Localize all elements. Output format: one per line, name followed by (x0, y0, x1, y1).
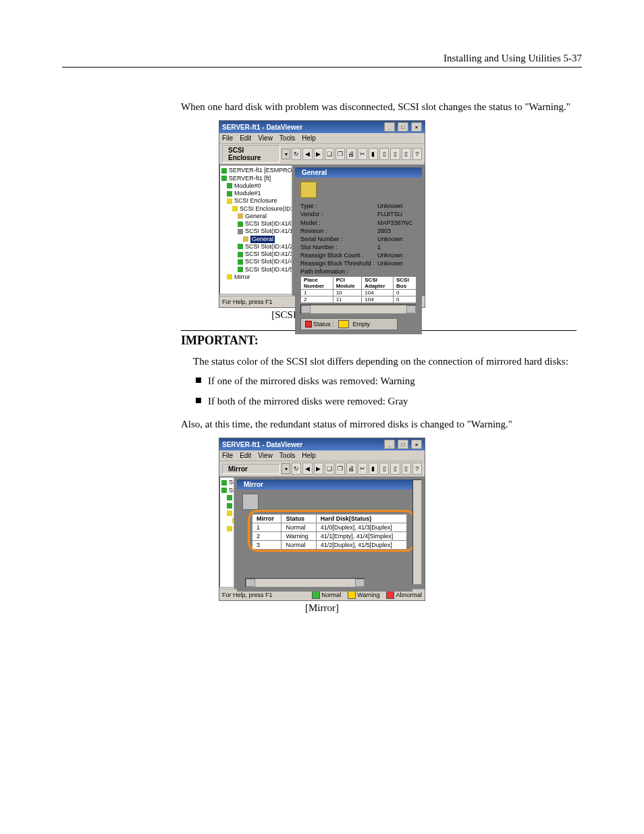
toolbar: Mirror ▾ ↻ ◀ ▶ ❏ ❐ 🖨 ✂ ▮ ▯ ▯ ▯ ? (219, 461, 425, 477)
general-icon (243, 236, 248, 242)
toolbar-button[interactable]: ▮ (369, 148, 378, 160)
model-label: Model : (300, 219, 375, 227)
disk-icon (300, 182, 317, 198)
scsi-slot-icon (238, 259, 243, 265)
menu-tools[interactable]: Tools (279, 134, 295, 142)
menu-file[interactable]: File (222, 134, 233, 142)
scsi-slot-icon (238, 244, 243, 249)
toolbar-button[interactable]: ▮ (369, 463, 378, 475)
module-icon (227, 191, 232, 197)
toolbar-button[interactable]: ❐ (336, 148, 345, 160)
module-icon (227, 503, 232, 509)
toolbar-button[interactable]: ❏ (325, 463, 334, 475)
type-label: Type : (300, 202, 375, 210)
menu-help[interactable]: Help (302, 134, 316, 142)
menu-edit[interactable]: Edit (240, 452, 251, 459)
panel-title: Mirror (244, 481, 263, 488)
toolbar-button[interactable]: ❐ (336, 463, 345, 475)
mirror-table: Mirror Status Hard Disk(Status) 1 Normal… (252, 514, 407, 550)
menu-view[interactable]: View (258, 134, 273, 142)
scsi-slot-icon (238, 229, 243, 234)
toolbar-button[interactable]: ▯ (402, 463, 411, 475)
server-icon (221, 168, 227, 174)
toolbar-button[interactable]: ▯ (379, 148, 389, 160)
legend-warning-swatch (348, 591, 356, 599)
toolbar: SCSI Enclosure ▾ ↻ ◀ ▶ ❏ ❐ 🖨 ✂ ▮ ▯ ▯ ▯ ? (219, 144, 425, 165)
revision-label: Revision : (300, 227, 375, 235)
toolbar-button[interactable]: 🖨 (346, 148, 356, 160)
toolbar-button[interactable]: ◀ (302, 463, 312, 475)
reassign-threshold-label: Reassign Block Threshold : (300, 259, 375, 267)
slotnumber-label: Slot Number : (300, 243, 375, 251)
toolbar-button[interactable]: ❏ (325, 148, 334, 160)
menu-view[interactable]: View (258, 452, 273, 459)
help-text: For Help, press F1 (222, 298, 273, 305)
close-button[interactable]: × (411, 440, 422, 449)
toolbar-button[interactable]: ▯ (379, 463, 389, 475)
page-header: Installing and Using Utilities 5-37 (62, 53, 582, 68)
status-icon (305, 321, 312, 328)
maximize-button[interactable]: □ (398, 122, 408, 132)
table-row[interactable]: 2 11 104 0 (301, 296, 417, 303)
menu-file[interactable]: File (222, 452, 233, 459)
toolbar-button[interactable]: ▯ (390, 148, 400, 160)
toolbar-button[interactable]: ↻ (292, 463, 301, 475)
scsi-enclosure-icon (227, 199, 232, 204)
scsi-slot-icon (238, 267, 243, 272)
menu-edit[interactable]: Edit (240, 134, 251, 142)
menu-help[interactable]: Help (302, 452, 316, 459)
status-value: Empty (353, 321, 371, 328)
menu-tools[interactable]: Tools (279, 452, 295, 459)
path-info-label: Path Information : (300, 267, 375, 276)
horizontal-scrollbar[interactable] (245, 578, 365, 588)
status-box: Status : Empty (300, 318, 398, 330)
panel-header: General (295, 167, 422, 178)
server-icon (221, 488, 227, 493)
breadcrumb[interactable]: SCSI Enclosure (222, 145, 280, 163)
toolbar-button[interactable]: ✂ (358, 463, 367, 475)
dropdown-icon[interactable]: ▾ (281, 463, 290, 474)
table-row[interactable]: 3 Normal 41/2[Duplex], 41/5[Duplex] (252, 541, 407, 550)
horizontal-scrollbar[interactable] (300, 305, 417, 314)
toolbar-button[interactable]: ▯ (402, 148, 411, 160)
status-swatch (338, 320, 349, 328)
reassign-count-value: Unknown (377, 251, 403, 259)
toolbar-button[interactable]: ▶ (314, 148, 323, 160)
serial-label: Serial Number : (300, 235, 375, 243)
model-value: MAP3367NC (377, 219, 413, 227)
table-row[interactable]: 1 Normal 41/0[Duplex], 41/3[Duplex] (252, 523, 407, 532)
vertical-scrollbar[interactable] (412, 479, 422, 585)
tree-selected-item[interactable]: General (250, 236, 275, 243)
status-label: Status : (313, 321, 334, 328)
help-text: For Help, press F1 (222, 592, 273, 598)
toolbar-button[interactable]: ↻ (292, 148, 301, 160)
minimize-button[interactable]: _ (384, 440, 395, 449)
legend-normal-swatch (312, 591, 320, 599)
reassign-threshold-value: Unknown (377, 259, 403, 267)
screenshot-scsi-slot-general: SERVER-ft1 - DataViewer _ □ × File Edit … (219, 120, 425, 308)
table-row[interactable]: 2 Warning 41/1[Empty], 41/4[Simplex] (252, 532, 407, 541)
maximize-button[interactable]: □ (398, 440, 408, 449)
breadcrumb[interactable]: Mirror (222, 464, 280, 474)
toolbar-button[interactable]: ◀ (302, 148, 312, 160)
table-row[interactable]: 1 10 104 0 (301, 289, 417, 296)
window-titlebar: SERVER-ft1 - DataViewer _ □ × (219, 438, 425, 450)
toolbar-button[interactable]: ▯ (390, 463, 400, 475)
intro-paragraph: When one hard disk with problem was disc… (181, 100, 576, 113)
close-button[interactable]: × (411, 122, 422, 132)
window-title: SERVER-ft1 - DataViewer (222, 441, 302, 448)
legend-abnormal-swatch (386, 591, 394, 599)
tree-view[interactable]: SERVER-ft1 [ESMPRO] SERVER-ft1 [ft] Modu… (219, 477, 234, 588)
window-title: SERVER-ft1 - DataViewer (222, 124, 302, 131)
help-icon[interactable]: ? (412, 463, 422, 475)
help-icon[interactable]: ? (412, 148, 422, 160)
toolbar-button[interactable]: 🖨 (346, 463, 356, 475)
server-icon (221, 480, 227, 486)
toolbar-button[interactable]: ▶ (314, 463, 323, 475)
tree-view[interactable]: SERVER-ft1 [ESMPRO] SERVER-ft1 [ft] Modu… (219, 165, 292, 294)
minimize-button[interactable]: _ (384, 122, 395, 132)
mirror-large-icon (242, 494, 259, 510)
toolbar-button[interactable]: ✂ (358, 148, 367, 160)
bullet-item: If both of the mirrored disks were remov… (193, 394, 576, 408)
dropdown-icon[interactable]: ▾ (281, 149, 290, 159)
